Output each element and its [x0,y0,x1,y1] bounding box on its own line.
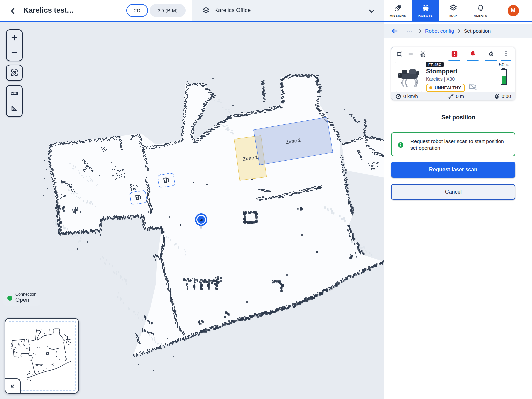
tab-underline [467,60,479,61]
camera-off-icon [468,83,477,91]
info-box: Request robot laser scan to start positi… [391,132,515,156]
distance-stat: 0 m [448,93,464,99]
error-alerts-button[interactable] [448,49,461,58]
tab-underline [485,60,497,61]
debug-button[interactable] [418,50,427,58]
view-toggle: 2D 3D (BIM) [126,4,186,17]
breadcrumb: ⋯ Robot config Set position [384,24,532,38]
battery-icon [501,69,507,85]
zone-label: Zone 1 [243,154,258,162]
model-badge: FF-45C [426,62,444,67]
page-title: Karelics test… [23,6,74,15]
chevron-right-icon [456,28,462,34]
info-message: Request robot laser scan to start positi… [410,138,507,151]
tab-underline [501,60,511,61]
chevron-down-icon [367,7,376,15]
nav-tab-robots[interactable]: ROBOTS [412,0,439,21]
avatar[interactable]: M [508,5,519,16]
focus-robot-control [6,65,23,81]
battery-percent: 50 [499,62,505,67]
toggle-3d-button[interactable]: 3D (BIM) [150,4,186,17]
minimap[interactable] [5,318,79,394]
minus-icon [10,49,18,57]
speedometer-icon [395,93,401,99]
stopwatch-icon [494,93,500,99]
back-button[interactable] [9,7,17,15]
notifications-button[interactable] [466,49,479,58]
bug-icon [419,50,427,58]
card-menu-button[interactable] [500,49,512,58]
nav-label-robots: ROBOTS [418,14,433,17]
breadcrumb-ellipsis[interactable]: ⋯ [406,27,412,35]
status-badge: UNHEALTHY [426,84,465,92]
main-nav: MISSIONS ROBOTS MAP ALERTS M [384,0,532,21]
charger-icon [162,176,171,185]
section-title: Set position [384,114,532,121]
breadcrumb-back-button[interactable] [390,27,399,35]
speed-stat: 0 km/h [395,93,418,99]
zone-label: Zone 2 [285,137,301,145]
nav-label-map: MAP [449,14,457,17]
robot-stats-row: 0 km/h 0 m 0:00 [391,92,515,100]
robot-position-marker[interactable] [195,213,207,226]
nav-tab-alerts[interactable]: ALERTS [467,0,494,21]
robot-glyph-icon [199,217,203,222]
nav-tab-map[interactable]: MAP [439,0,467,21]
toggle-2d-button[interactable]: 2D [126,4,148,17]
speed-value: 0 km/h [403,94,418,99]
top-bar: Karelics test… 2D 3D (BIM) Karelics Offi… [0,0,532,22]
angle-button[interactable] [7,101,22,116]
localize-button[interactable] [395,50,404,58]
chevron-left-icon [12,8,14,13]
nav-tab-missions[interactable]: MISSIONS [384,0,412,21]
bell-icon [476,4,485,12]
connection-status: Connection Open [3,290,40,306]
target-icon [487,50,495,58]
cancel-button[interactable]: Cancel [391,184,515,200]
request-laser-scan-button[interactable]: Request laser scan [391,162,515,178]
nav-label-missions: MISSIONS [390,14,406,17]
zoom-in-button[interactable] [7,30,22,45]
layers-icon [202,6,210,15]
battery-unit: % [506,64,508,67]
robot-subtitle: Karelics | X30 [426,76,455,82]
map-selector[interactable]: Karelics Office [192,0,384,21]
map-viewport[interactable]: Zone 1Zone 2 [0,22,384,399]
scan-focus-icon [10,68,19,77]
charging-station-2[interactable] [129,190,147,205]
connection-dot [7,296,12,301]
plus-icon [10,34,18,42]
chevron-right-icon [417,28,423,34]
tab-underline [448,60,460,61]
nav-label-alerts: ALERTS [474,14,487,17]
layers-icon [449,4,458,12]
kebab-menu-icon [502,50,510,57]
status-text: UNHEALTHY [435,85,461,90]
map-selector-label: Karelics Office [214,7,251,14]
time-value: 0:00 [502,94,511,99]
rocket-icon [394,4,402,12]
collapse-card-button[interactable] [406,50,415,58]
route-icon [448,93,454,99]
charger-icon [134,193,143,202]
zoom-control [6,29,23,61]
arrow-left-icon [390,27,399,35]
quadruped-robot-image [396,65,422,89]
breadcrumb-link-robot-config[interactable]: Robot config [425,28,454,34]
battery-indicator: 50 % [496,62,511,85]
localize-icon [395,50,403,58]
avatar-cell: M [494,0,532,21]
distance-value: 0 m [456,94,464,99]
locate-robot-button[interactable] [484,49,498,58]
focus-scan-button[interactable] [7,65,22,80]
charging-station-1[interactable] [157,173,175,188]
ruler-icon [10,89,19,98]
connection-value: Open [15,297,36,303]
zoom-out-button[interactable] [7,45,22,60]
robot-thumbnail [395,62,423,92]
breadcrumb-current: Set position [464,28,491,34]
bell-alert-icon [469,50,477,58]
status-dot [429,86,432,89]
ruler-button[interactable] [7,86,22,101]
minimap-collapse-button[interactable] [5,378,21,393]
